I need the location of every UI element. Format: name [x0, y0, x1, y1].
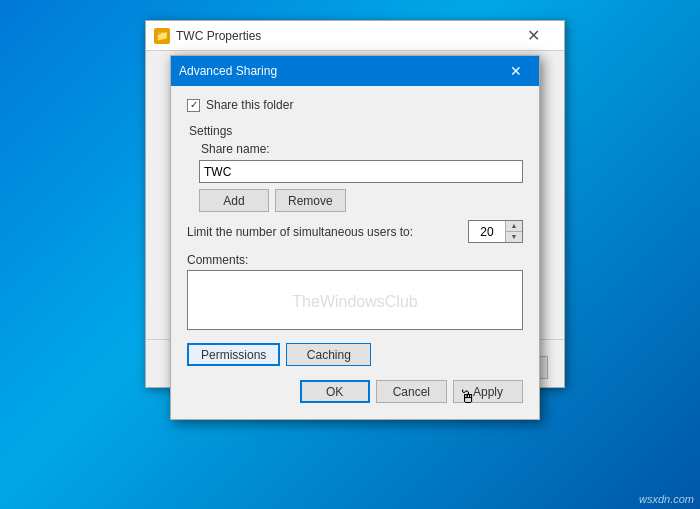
- advanced-sharing-dialog: Advanced Sharing ✕ Share this folder Set…: [170, 55, 540, 420]
- spinner-down-button[interactable]: ▼: [506, 232, 522, 242]
- share-name-input[interactable]: [199, 160, 523, 183]
- adv-close-button[interactable]: ✕: [501, 56, 531, 86]
- comments-wrapper: TheWindowsClub: [187, 270, 523, 333]
- add-button[interactable]: Add: [199, 189, 269, 212]
- site-watermark: wsxdn.com: [639, 493, 694, 505]
- user-limit-input[interactable]: [469, 221, 505, 242]
- limit-users-row: Limit the number of simultaneous users t…: [187, 220, 523, 243]
- share-folder-label: Share this folder: [206, 98, 293, 112]
- twc-close-button[interactable]: ✕: [510, 21, 556, 51]
- comments-textarea[interactable]: [187, 270, 523, 330]
- permissions-button[interactable]: Permissions: [187, 343, 280, 366]
- spinner-buttons: ▲ ▼: [505, 221, 522, 242]
- twc-window-title: TWC Properties: [176, 29, 510, 43]
- share-folder-checkbox[interactable]: [187, 99, 200, 112]
- caching-button[interactable]: Caching: [286, 343, 371, 366]
- folder-icon: 📁: [154, 28, 170, 44]
- adv-dialog-title: Advanced Sharing: [179, 64, 501, 78]
- spinner-up-button[interactable]: ▲: [506, 221, 522, 232]
- limit-label: Limit the number of simultaneous users t…: [187, 225, 460, 239]
- settings-label: Settings: [187, 124, 523, 138]
- adv-dialog-content: Share this folder Settings Share name: A…: [171, 86, 539, 419]
- adv-ok-button[interactable]: OK: [300, 380, 370, 403]
- adv-titlebar: Advanced Sharing ✕: [171, 56, 539, 86]
- desktop: 📁 TWC Properties ✕ OK Cancel ApplY Advan…: [0, 0, 700, 509]
- share-name-label: Share name:: [199, 142, 523, 156]
- comments-label: Comments:: [187, 253, 523, 267]
- user-limit-spinner: ▲ ▼: [468, 220, 523, 243]
- adv-bottom-buttons: OK Cancel Apply: [187, 380, 523, 403]
- permissions-caching-row: Permissions Caching: [187, 343, 523, 366]
- add-remove-row: Add Remove: [199, 189, 523, 212]
- adv-apply-button[interactable]: Apply: [453, 380, 523, 403]
- adv-cancel-button[interactable]: Cancel: [376, 380, 447, 403]
- share-folder-row: Share this folder: [187, 98, 523, 112]
- twc-titlebar: 📁 TWC Properties ✕: [146, 21, 564, 51]
- remove-button[interactable]: Remove: [275, 189, 346, 212]
- settings-group: Settings Share name: Add Remove: [187, 124, 523, 212]
